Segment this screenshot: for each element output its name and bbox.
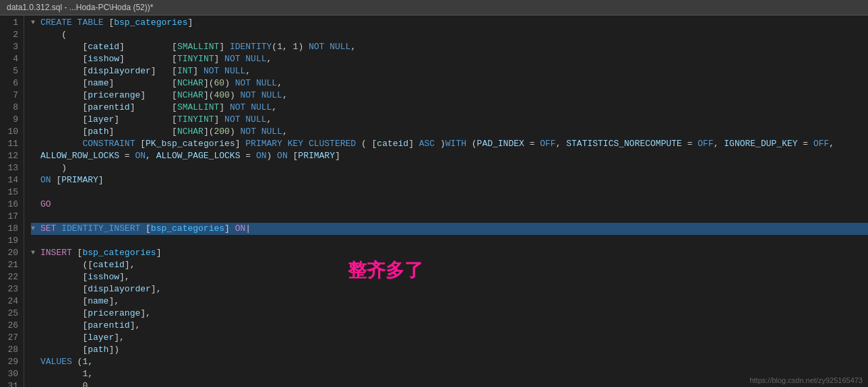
code-line-11: CONSTRAINT [PK_bsp_categories] PRIMARY K… — [31, 138, 868, 150]
code-line-30: 1, — [31, 368, 868, 380]
code-line-21: ([cateid], — [31, 259, 868, 271]
watermark: https://blog.csdn.net/zy925165473 — [749, 376, 863, 384]
code-line-15 — [31, 186, 868, 199]
code-line-6: [name] [NCHAR](60) NOT NULL, — [31, 77, 868, 90]
code-line-22: [isshow], — [31, 271, 868, 283]
code-line-14: ON [PRIMARY] — [31, 174, 868, 186]
code-line-27: [layer], — [31, 332, 868, 344]
code-line-4: [isshow] [TINYINT] NOT NULL, — [31, 53, 868, 65]
title-bar: data1.0.312.sql - ...Hoda-PC\Hoda (52))* — [0, 0, 868, 15]
code-line-13: ) — [31, 162, 868, 174]
code-line-10: [path] [NCHAR](200) NOT NULL, — [31, 126, 868, 138]
line-numbers: 1 2 3 4 5 6 7 8 9 10 11 12 13 14 15 16 1… — [0, 15, 24, 387]
code-line-19 — [31, 235, 868, 247]
code-line-31: 0, — [31, 380, 868, 387]
fold-20[interactable]: ▼ — [31, 247, 40, 259]
fold-1[interactable]: ▼ — [31, 17, 40, 29]
code-line-9: [layer] [TINYINT] NOT NULL, — [31, 114, 868, 126]
code-line-17 — [31, 211, 868, 223]
code-content[interactable]: ▼ CREATE TABLE [bsp_categories] ( [catei… — [24, 15, 868, 387]
fold-18[interactable]: ▼ — [31, 223, 40, 235]
code-line-16: GO — [31, 199, 868, 211]
code-line-2: ( — [31, 29, 868, 41]
code-line-20: ▼ INSERT [bsp_categories] — [31, 247, 868, 259]
code-line-18: ▼ SET IDENTITY_INSERT [bsp_categories] O… — [31, 223, 868, 235]
code-area: 1 2 3 4 5 6 7 8 9 10 11 12 13 14 15 16 1… — [0, 15, 868, 387]
code-line-1: ▼ CREATE TABLE [bsp_categories] — [31, 17, 868, 29]
code-line-23: [displayorder], — [31, 283, 868, 295]
code-line-29: VALUES (1, — [31, 356, 868, 368]
code-line-24: [name], — [31, 295, 868, 308]
code-line-8: [parentid] [SMALLINT] NOT NULL, — [31, 102, 868, 114]
code-line-26: [parentid], — [31, 320, 868, 332]
code-line-3: [cateid] [SMALLINT] IDENTITY(1, 1) NOT N… — [31, 41, 868, 53]
code-line-25: [pricerange], — [31, 308, 868, 320]
code-line-5: [displayorder] [INT] NOT NULL, — [31, 65, 868, 77]
code-line-28: [path]) — [31, 344, 868, 356]
title-text: data1.0.312.sql - ...Hoda-PC\Hoda (52))* — [7, 3, 153, 12]
code-line-12: ALLOW_ROW_LOCKS = ON, ALLOW_PAGE_LOCKS =… — [31, 150, 868, 162]
code-line-7: [pricerange] [NCHAR](400) NOT NULL, — [31, 90, 868, 102]
